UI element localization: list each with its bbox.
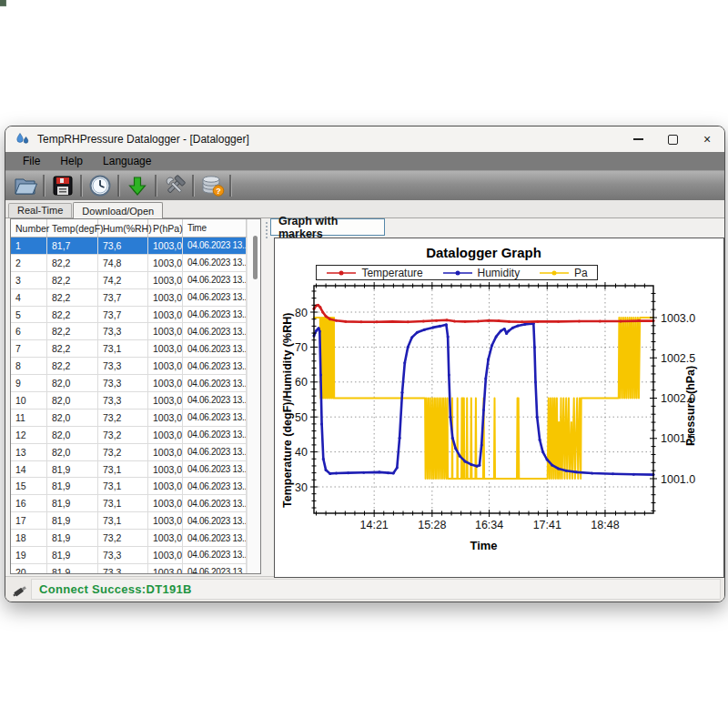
status-panel: Connect Success:DT191B <box>31 579 721 600</box>
clock-icon <box>88 174 112 197</box>
table-row[interactable]: 1282,073,21003,004.06.2023 13... <box>11 427 247 444</box>
graph-with-markers-button[interactable]: Graph with markers <box>270 218 385 236</box>
toolbar-separator <box>117 175 120 197</box>
tab-real-time[interactable]: Real-Time <box>8 203 72 217</box>
data-table: NumberTemp(degF)Hum(%RH)P(hPa)Time 181,7… <box>10 218 261 574</box>
menu-file[interactable]: File <box>13 152 50 170</box>
status-text: Connect Success:DT191B <box>39 582 192 596</box>
chart-panel: Datalogger Graph TemperatureHumidityPa T… <box>274 238 724 578</box>
svg-text:16:34: 16:34 <box>475 519 503 531</box>
column-header[interactable]: Time <box>183 219 247 237</box>
data-button[interactable]: ? <box>197 173 227 198</box>
save-button[interactable] <box>48 173 77 198</box>
svg-text:15:28: 15:28 <box>418 519 446 531</box>
table-row[interactable]: 982,073,31003,004.06.2023 13... <box>11 375 247 392</box>
table-row[interactable]: 2081,973,31003,004.06.2023 13... <box>11 564 247 573</box>
open-folder-icon <box>14 175 38 197</box>
column-header[interactable]: Hum(%RH) <box>98 219 148 237</box>
series-temperature-line <box>314 305 653 322</box>
svg-text:?: ? <box>216 187 221 196</box>
column-header[interactable]: Temp(degF) <box>47 219 98 237</box>
toolbar-separator <box>155 175 157 197</box>
toolbar-separator <box>229 175 232 197</box>
svg-text:80: 80 <box>295 307 308 319</box>
table-header: NumberTemp(degF)Hum(%RH)P(hPa)Time <box>11 219 247 238</box>
download-button[interactable] <box>123 173 152 198</box>
minimize-icon <box>633 138 643 140</box>
toolbar: ? <box>5 170 724 200</box>
chart-plot: 14:2115:2816:3417:4118:48807060504030100… <box>275 238 723 577</box>
background-artifact <box>0 0 6 6</box>
toolbar-separator <box>80 175 83 197</box>
menu-bar: File Help Language <box>5 152 724 170</box>
column-header[interactable]: P(hPa) <box>148 219 183 237</box>
table-row[interactable]: 1481,973,11003,004.06.2023 13... <box>11 461 247 479</box>
connector-icon <box>11 581 29 598</box>
tools-icon <box>163 174 187 197</box>
table-row[interactable]: 482,273,71003,004.06.2023 13... <box>11 289 247 307</box>
app-window: TempRHPressure Datalogger - [Datalogger]… <box>5 126 725 602</box>
table-row[interactable]: 181,773,61003,004.06.2023 13... <box>11 238 247 255</box>
desktop-background: TempRHPressure Datalogger - [Datalogger]… <box>0 0 728 728</box>
close-button[interactable]: × <box>690 126 724 152</box>
table-row[interactable]: 1382,073,21003,004.06.2023 13... <box>11 444 247 461</box>
time-button[interactable] <box>86 173 115 198</box>
table-row[interactable]: 882,273,31003,004.06.2023 13... <box>11 358 247 375</box>
table-row[interactable]: 782,273,11003,004.06.2023 13... <box>11 340 247 358</box>
table-row[interactable]: 1681,973,11003,004.06.2023 13... <box>11 495 247 512</box>
minimize-button[interactable] <box>621 126 655 152</box>
menu-language[interactable]: Language <box>93 152 161 170</box>
table-row[interactable]: 682,273,31003,004.06.2023 13... <box>11 323 247 340</box>
toolbar-separator <box>43 175 46 197</box>
app-icon <box>15 131 31 147</box>
svg-text:1003.0: 1003.0 <box>661 312 695 325</box>
table-row[interactable]: 282,274,81003,004.06.2023 13... <box>11 255 247 272</box>
svg-text:1001.5: 1001.5 <box>661 432 695 445</box>
menu-help[interactable]: Help <box>50 152 93 170</box>
table-row[interactable]: 582,273,71003,004.06.2023 13... <box>11 307 247 324</box>
open-folder-button[interactable] <box>11 173 40 198</box>
content-area: NumberTemp(degF)Hum(%RH)P(hPa)Time 181,7… <box>5 218 724 576</box>
status-bar: Connect Success:DT191B <box>5 576 724 602</box>
table-row[interactable]: 1981,973,31003,004.06.2023 13... <box>11 547 247 564</box>
table-rows: 181,773,61003,004.06.2023 13...282,274,8… <box>11 238 247 573</box>
column-header[interactable]: Number <box>11 219 47 237</box>
svg-text:70: 70 <box>295 341 308 354</box>
table-main: NumberTemp(degF)Hum(%RH)P(hPa)Time 181,7… <box>11 219 247 573</box>
svg-text:40: 40 <box>295 446 308 459</box>
table-row[interactable]: 1781,973,11003,004.06.2023 13... <box>11 512 247 530</box>
svg-text:1002.0: 1002.0 <box>661 392 695 405</box>
maximize-icon <box>668 135 678 145</box>
svg-text:18:48: 18:48 <box>591 519 619 531</box>
table-scrollbar[interactable] <box>247 219 260 573</box>
scrollbar-thumb[interactable] <box>253 236 258 279</box>
maximize-button[interactable] <box>655 126 690 152</box>
settings-button[interactable] <box>160 173 189 198</box>
svg-text:14:21: 14:21 <box>360 519 389 531</box>
svg-text:1001.0: 1001.0 <box>661 473 695 486</box>
svg-text:30: 30 <box>295 481 308 494</box>
table-row[interactable]: 1082,073,31003,004.06.2023 13... <box>11 392 247 410</box>
panel-splitter[interactable] <box>263 220 270 240</box>
title-bar[interactable]: TempRHPressure Datalogger - [Datalogger]… <box>5 126 724 152</box>
table-row[interactable]: 382,274,21003,004.06.2023 13... <box>11 272 247 289</box>
table-row[interactable]: 1182,073,21003,004.06.2023 13... <box>11 410 247 427</box>
svg-text:60: 60 <box>295 376 308 389</box>
window-title: TempRHPressure Datalogger - [Datalogger] <box>37 133 621 146</box>
save-icon <box>52 175 74 197</box>
toolbar-separator <box>192 175 195 197</box>
database-help-icon: ? <box>200 174 225 197</box>
svg-text:17:41: 17:41 <box>533 519 561 531</box>
tab-download-open[interactable]: Download/Open <box>73 202 163 218</box>
svg-text:50: 50 <box>295 411 308 424</box>
svg-text:1002.5: 1002.5 <box>661 352 695 365</box>
table-row[interactable]: 1581,973,11003,004.06.2023 13... <box>11 478 247 495</box>
window-controls: × <box>621 126 724 152</box>
table-row[interactable]: 1881,973,21003,004.06.2023 13... <box>11 530 247 547</box>
download-arrow-icon <box>126 175 148 197</box>
